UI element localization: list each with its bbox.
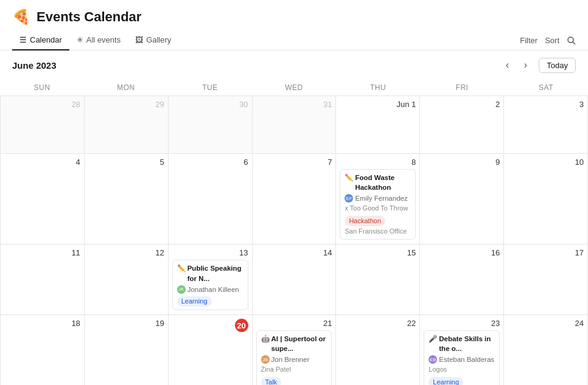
avatar: EB [429, 355, 437, 364]
day-number: 28 [4, 100, 80, 109]
event-title: 🎤 Debate Skills in the o... [429, 334, 495, 353]
day-number: 2 [424, 100, 500, 109]
cal-day-jun18: 18 [1, 315, 85, 385]
day-number: 5 [88, 158, 164, 167]
cal-day-may29: 29 [85, 96, 169, 154]
header-sun: Sun [0, 80, 84, 95]
event-tag: Hackathon [345, 216, 385, 226]
event-title: 🤖 AI | Supertool or supe... [261, 334, 327, 353]
cal-day-jun8[interactable]: 8 ✏️ Food Waste Hackathon EF Emily Ferna… [336, 154, 420, 245]
day-number: 19 [88, 319, 164, 328]
header-tue: Tue [168, 80, 252, 95]
toolbar-actions: Filter Sort [520, 36, 576, 45]
sort-button[interactable]: Sort [545, 36, 559, 45]
cal-day-jun14: 14 [253, 245, 337, 315]
avatar: EF [345, 194, 353, 203]
day-number: 24 [508, 319, 584, 328]
app-title: Events Calendar [37, 9, 141, 25]
event-tag: Learning [429, 377, 463, 385]
cal-day-jun7: 7 [253, 154, 337, 245]
day-number: 14 [256, 248, 332, 257]
tab-all-events[interactable]: ✳ All events [69, 30, 128, 50]
day-number: 12 [88, 248, 164, 257]
cal-day-jun16: 16 [420, 245, 504, 315]
day-number: 21 [256, 319, 332, 328]
day-number: 17 [508, 248, 584, 257]
cal-day-jun19: 19 [85, 315, 169, 385]
nav-controls: ‹ › [499, 57, 534, 74]
event-ai-supertool[interactable]: 🤖 AI | Supertool or supe... JB Jon Brenn… [256, 330, 332, 385]
event-org: x Too Good To Throw [345, 204, 411, 213]
header-fri: Fri [420, 80, 504, 95]
day-number: 16 [424, 248, 500, 257]
cal-day-jun5: 5 [85, 154, 169, 245]
today-button[interactable]: Today [539, 58, 576, 73]
avatar: JB [261, 355, 270, 364]
header-mon: Mon [84, 80, 168, 95]
event-person: EF Emily Fernandez [345, 193, 411, 203]
search-icon [567, 36, 576, 45]
event-location: San Fransisco Office [345, 227, 411, 236]
day-number: 29 [88, 100, 164, 109]
event-pencil-icon: ✏️ [177, 263, 186, 273]
event-food-waste[interactable]: ✏️ Food Waste Hackathon EF Emily Fernand… [340, 169, 416, 240]
event-person2: Zina Patel [261, 365, 327, 374]
day-number: 8 [340, 158, 416, 167]
next-month-button[interactable]: › [517, 57, 534, 74]
day-number: 6 [172, 158, 248, 167]
event-public-speaking[interactable]: ✏️ Public Speaking for N... JK Jonathan … [172, 260, 248, 310]
cal-day-jun3: 3 [504, 96, 588, 154]
day-number: 13 [172, 248, 248, 257]
cal-day-jun23[interactable]: 23 🎤 Debate Skills in the o... EB Esteba… [420, 315, 504, 385]
cal-day-jun12: 12 [85, 245, 169, 315]
tab-calendar[interactable]: ☰ Calendar [12, 30, 69, 50]
svg-point-0 [568, 37, 573, 43]
cal-day-jun9: 9 [420, 154, 504, 245]
day-number: 15 [340, 248, 416, 257]
tab-gallery[interactable]: 🖼 Gallery [128, 30, 178, 50]
event-mic-icon: 🎤 [429, 334, 437, 344]
cal-day-jun1: Jun 1 [336, 96, 420, 154]
day-number: 11 [4, 248, 80, 257]
event-person: EB Esteban Balderas [429, 355, 495, 364]
cal-day-jun17: 17 [504, 245, 588, 315]
event-debate-skills[interactable]: 🎤 Debate Skills in the o... EB Esteban B… [424, 330, 500, 385]
event-tag: Talk [261, 377, 282, 385]
cal-day-jun11: 11 [1, 245, 85, 315]
header-thu: Thu [336, 80, 420, 95]
event-person: JB Jon Brenner [261, 355, 327, 364]
day-number: 7 [256, 158, 332, 167]
cal-day-may31: 31 [253, 96, 337, 154]
cal-day-jun22: 22 [336, 315, 420, 385]
gallery-icon: 🖼 [135, 35, 143, 44]
event-title: ✏️ Food Waste Hackathon [345, 173, 411, 192]
cal-day-jun21[interactable]: 21 🤖 AI | Supertool or supe... JB Jon Br… [253, 315, 337, 385]
cal-day-jun20: 20 [169, 315, 253, 385]
header-wed: Wed [252, 80, 336, 95]
filter-button[interactable]: Filter [520, 36, 537, 45]
today-date-number: 20 [235, 319, 248, 332]
event-title: ✏️ Public Speaking for N... [177, 263, 243, 283]
event-org: Logos [429, 365, 495, 374]
cal-day-may28: 28 [1, 96, 85, 154]
calendar-grid: Sun Mon Tue Wed Thu Fri Sat 28 29 30 31 … [0, 80, 588, 385]
calendar-toolbar: June 2023 ‹ › Today [0, 50, 588, 80]
cal-day-jun15: 15 [336, 245, 420, 315]
toolbar-right: ‹ › Today [499, 57, 576, 74]
day-number: 9 [424, 158, 500, 167]
cal-day-jun2: 2 [420, 96, 504, 154]
calendar-icon: ☰ [19, 35, 27, 44]
event-person: JK Jonathan Killeen [177, 285, 243, 294]
calendar-body: 28 29 30 31 Jun 1 2 3 4 5 6 7 [0, 96, 588, 385]
avatar: JK [177, 285, 186, 294]
header-sat: Sat [504, 80, 588, 95]
search-button[interactable] [567, 36, 576, 45]
prev-month-button[interactable]: ‹ [499, 57, 516, 74]
event-tag: Learning [177, 296, 212, 307]
cal-day-jun13[interactable]: 13 ✏️ Public Speaking for N... JK Jonath… [169, 245, 253, 315]
day-headers: Sun Mon Tue Wed Thu Fri Sat [0, 80, 588, 96]
all-events-icon: ✳ [77, 35, 83, 44]
day-number: 23 [424, 319, 500, 328]
app-header: 🍕 Events Calendar [0, 0, 588, 30]
nav-tabs: ☰ Calendar ✳ All events 🖼 Gallery Filter… [0, 30, 588, 50]
